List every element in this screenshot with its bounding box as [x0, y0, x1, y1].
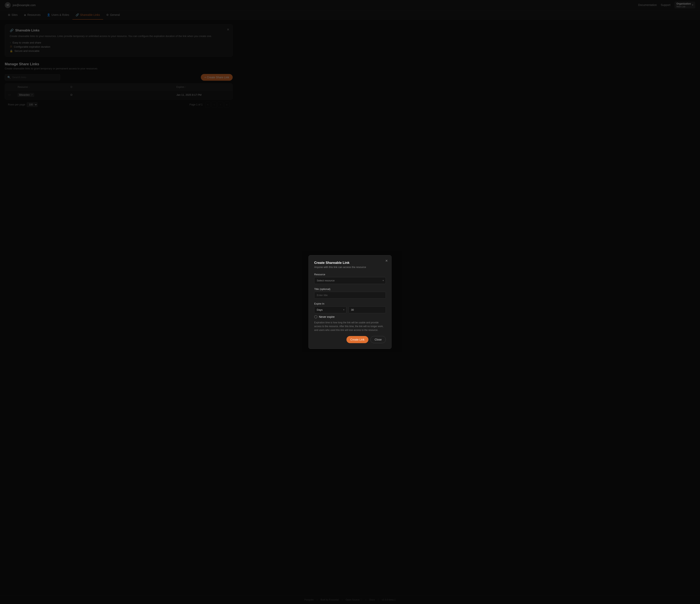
expire-unit-wrapper: Days Hours Weeks Months ▾: [314, 306, 346, 313]
close-modal-button[interactable]: Close: [370, 336, 386, 343]
expire-value-input[interactable]: [348, 306, 386, 313]
modal-overlay: ✕ Create Shareable Link Anyone with this…: [0, 0, 700, 604]
resource-label: Resource: [314, 273, 386, 276]
resource-select[interactable]: Select resource: [314, 277, 386, 284]
expire-row: Days Hours Weeks Months ▾: [314, 306, 386, 313]
expire-info: Expiration time is how long the link wil…: [314, 321, 386, 332]
expire-label: Expire In: [314, 302, 386, 305]
create-link-button[interactable]: Create Link: [346, 336, 369, 343]
title-label: Title (optional): [314, 288, 386, 291]
never-expire-label: Never expire: [319, 315, 334, 318]
modal-close-button[interactable]: ✕: [385, 259, 388, 263]
never-expire-radio[interactable]: [314, 315, 317, 318]
modal-title: Create Shareable Link: [314, 261, 386, 265]
modal-footer: Create Link Close: [314, 336, 386, 343]
resource-select-wrapper: Select resource ▾: [314, 277, 386, 284]
title-field-group: Title (optional): [314, 288, 386, 299]
expire-unit-select[interactable]: Days Hours Weeks Months: [314, 306, 346, 313]
resource-field-group: Resource Select resource ▾: [314, 273, 386, 284]
title-input[interactable]: [314, 292, 386, 299]
expire-field-group: Expire In Days Hours Weeks Months ▾ Neve…: [314, 302, 386, 332]
modal-subtitle: Anyone with this link can access the res…: [314, 266, 386, 269]
never-expire-row: Never expire: [314, 315, 386, 318]
create-shareable-link-modal: ✕ Create Shareable Link Anyone with this…: [308, 255, 392, 349]
